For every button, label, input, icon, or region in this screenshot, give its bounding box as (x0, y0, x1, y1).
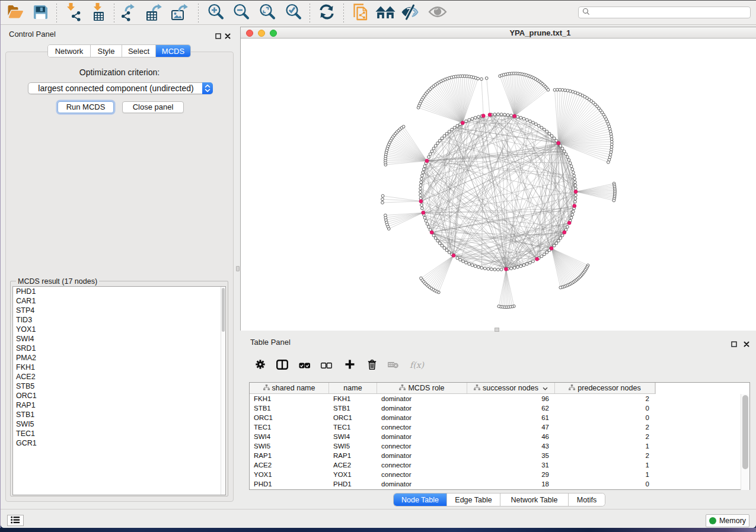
run-mcds-button[interactable]: Run MCDS (58, 101, 114, 113)
toolbar-separator (310, 4, 310, 23)
first-neighbors-icon (375, 4, 395, 22)
result-list-item[interactable]: FKH1 (13, 363, 225, 372)
table-row[interactable]: SWI4SWI4dominator462 (250, 432, 741, 441)
mcds-result-list[interactable]: PHD1CAR1STP4TID3YOX1SWI4SRD1PMA2FKH1ACE2… (12, 286, 226, 495)
result-list-item[interactable]: STB1 (13, 410, 225, 419)
result-list-item[interactable]: YOX1 (13, 325, 225, 334)
result-list-item[interactable]: TEC1 (13, 429, 225, 438)
toolbar-button-import-table[interactable] (88, 2, 110, 24)
column-header-MCDS-role[interactable]: MCDS role (377, 383, 467, 393)
toolbar-button-open-folder[interactable] (5, 2, 27, 24)
result-list-item[interactable]: PMA2 (13, 353, 225, 363)
table-toolbar-button-gear[interactable] (249, 357, 271, 374)
delete-column-icon (368, 360, 377, 372)
toolbar-button-zoom-selected[interactable] (283, 2, 304, 24)
table-row[interactable]: RAP1RAP1dominator352 (250, 451, 741, 460)
close-icon[interactable] (225, 31, 231, 41)
toolbar-button-import-network[interactable] (63, 2, 84, 24)
toolbar-button-show-details[interactable] (427, 2, 448, 24)
table-toolbar-button-delete-column[interactable] (361, 357, 383, 374)
tab-node-table[interactable]: Node Table (394, 493, 447, 506)
toolbar-button-export-table[interactable] (145, 2, 166, 24)
column-header-successor-nodes[interactable]: successor nodes (467, 383, 555, 393)
table-row[interactable]: ORC1ORC1dominator610 (250, 413, 741, 422)
table-row[interactable]: STB1STB1dominator620 (250, 403, 741, 413)
table-cell: 2 (555, 394, 649, 403)
result-list-scrollbar[interactable] (221, 287, 225, 495)
toolbar-button-zoom-fit[interactable] (257, 2, 278, 24)
table-toolbar-button-select-all-checkboxes[interactable] (294, 357, 315, 374)
table-scrollbar-thumb[interactable] (742, 395, 748, 469)
column-header-name[interactable]: name (329, 383, 377, 393)
table-row[interactable]: PHD1PHD1dominator180 (250, 479, 741, 489)
splitter-handle-horizontal[interactable] (495, 328, 499, 332)
table-toolbar-button-deselect-all-checkboxes[interactable] (315, 357, 337, 374)
table-row[interactable]: TEC1TEC1connector472 (250, 422, 741, 432)
result-list-item[interactable]: ORC1 (13, 391, 225, 400)
table-scrollbar[interactable] (741, 394, 749, 490)
close-panel-button[interactable]: Close panel (122, 101, 184, 113)
shared-column-icon (569, 384, 575, 392)
toolbar-button-refresh-layout[interactable] (316, 2, 337, 24)
result-list-item[interactable]: CAR1 (13, 296, 225, 306)
result-list-item[interactable]: SWI5 (13, 419, 225, 429)
table-row[interactable]: YOX1YOX1connector291 (250, 470, 741, 479)
table-cell: 0 (555, 413, 649, 422)
table-row[interactable]: SWI5SWI5connector431 (250, 441, 741, 451)
tab-style[interactable]: Style (91, 45, 122, 57)
result-list-item[interactable]: PHD1 (13, 287, 225, 296)
result-list-item[interactable]: ACE2 (13, 372, 225, 382)
panel-splitter-vertical[interactable] (235, 25, 240, 509)
result-list-item[interactable]: RAP1 (13, 400, 225, 410)
table-row[interactable]: ACE2ACE2connector311 (250, 460, 741, 470)
table-toolbar-button-add-column[interactable] (339, 357, 361, 374)
toolbar-button-hide-details[interactable] (400, 2, 421, 24)
tab-mcds[interactable]: MCDS (156, 45, 190, 57)
network-canvas[interactable] (241, 39, 756, 331)
tab-edge-table[interactable]: Edge Table (447, 493, 500, 506)
toolbar-button-zoom-in[interactable] (205, 2, 227, 24)
table-toolbar-button-delete-table (382, 357, 404, 374)
tab-motifs[interactable]: Motifs (569, 493, 605, 506)
import-table-icon (90, 2, 108, 24)
result-list-item[interactable]: STP4 (13, 306, 225, 315)
memory-button[interactable]: Memory (706, 514, 749, 527)
column-header-shared-name[interactable]: shared name (250, 383, 329, 393)
column-header-predecessor-nodes[interactable]: predecessor nodes (555, 383, 655, 393)
toolbar-button-export-network[interactable] (119, 2, 141, 24)
column-label: predecessor nodes (578, 384, 640, 392)
table-toolbar-button-split-pane[interactable] (271, 357, 293, 374)
table-header: shared namenameMCDS rolesuccessor nodesp… (250, 383, 656, 394)
result-list-item[interactable]: STB5 (13, 382, 225, 391)
table-cell: ORC1 (254, 413, 329, 422)
result-list-item[interactable]: SWI4 (13, 334, 225, 344)
network-graph (241, 39, 756, 331)
toolbar-button-network-file[interactable] (349, 2, 371, 24)
table-row[interactable]: FKH1FKH1dominator962 (250, 394, 741, 403)
tab-network[interactable]: Network (48, 45, 91, 57)
close-icon[interactable] (744, 339, 749, 350)
splitter-handle[interactable] (236, 266, 240, 271)
table-cell: 61 (467, 413, 549, 422)
float-icon[interactable] (215, 31, 221, 41)
toolbar-button-export-image[interactable] (171, 2, 192, 24)
toolbar-button-first-neighbors[interactable] (375, 2, 396, 24)
toolbar-button-zoom-out[interactable] (231, 2, 252, 24)
result-list-item[interactable]: GCR1 (13, 438, 225, 448)
search-input[interactable] (578, 7, 751, 18)
tab-select[interactable]: Select (122, 45, 156, 57)
result-list-scrollbar-thumb[interactable] (222, 288, 225, 332)
status-bar: Memory (1, 509, 756, 528)
table-cell: dominator (381, 413, 467, 422)
toolbar-button-save-session[interactable] (30, 2, 51, 24)
task-history-button[interactable] (7, 515, 24, 526)
result-list-item[interactable]: SRD1 (13, 344, 225, 353)
float-icon[interactable] (731, 339, 737, 350)
result-list-item[interactable]: TID3 (13, 315, 225, 325)
tab-network-table[interactable]: Network Table (500, 493, 569, 506)
network-window-titlebar[interactable]: YPA_prune.txt_1 (241, 27, 756, 39)
optimization-criterion-label: Optimization criterion: (6, 68, 233, 77)
column-label: successor nodes (483, 384, 538, 392)
criterion-dropdown[interactable]: largest connected component (undirected) (28, 82, 213, 94)
table-cell: SWI4 (254, 432, 329, 441)
